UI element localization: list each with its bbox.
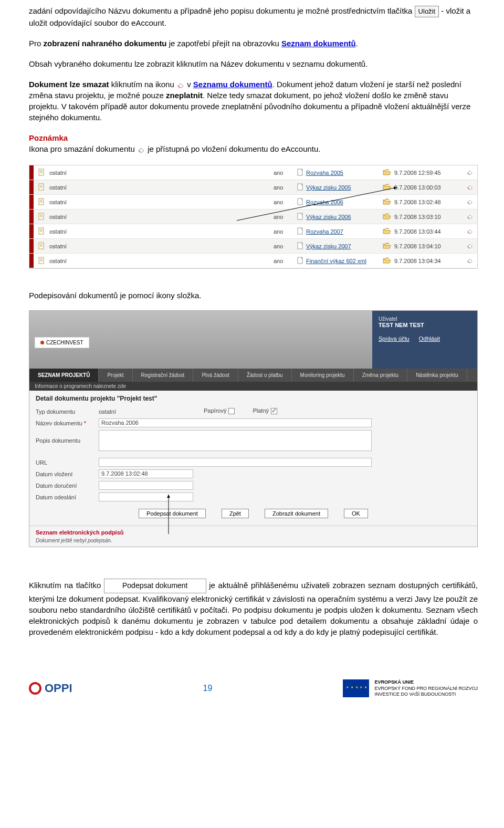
zobrazit-button[interactable]: Zobrazit dokument (265, 509, 328, 518)
page-icon (295, 198, 306, 206)
doc-name-link[interactable]: Výkaz zisku 2005 (306, 184, 351, 191)
oppi-logo: OPPI (29, 682, 72, 695)
doc-icon (34, 257, 49, 265)
row-marker (29, 165, 34, 180)
cell-ano: ano (274, 170, 295, 176)
intro-p4: Dokument lze smazat kliknutím na ikonu v… (29, 79, 478, 123)
text: kliknutím na ikonu (109, 80, 176, 89)
papirovy-wrap: Papírový (204, 407, 235, 414)
folder-open-icon[interactable] (380, 169, 394, 176)
cell-type: ostatní (49, 199, 97, 205)
doc-name-link[interactable]: Rozvaha 2005 (306, 170, 343, 176)
app-subnote: Informace o programech naleznete zde (29, 382, 477, 391)
input-url[interactable] (99, 458, 372, 467)
cell-type: ostatní (49, 214, 97, 220)
intro-p3: Obsah vybraného dokumentu lze zobrazit k… (29, 58, 478, 69)
eu-text: EVROPSKÁ UNIE EVROPSKÝ FOND PRO REGIONÁL… (374, 679, 478, 698)
page-icon (295, 183, 306, 192)
doc-name-link[interactable]: Výkaz zisku 2006 (306, 214, 351, 220)
eraser-icon[interactable] (463, 228, 477, 235)
cell-ano: ano (274, 199, 295, 205)
signatures-section: Seznam elektronických podpisů Dokument j… (29, 526, 477, 547)
page-footer: OPPI 19 EVROPSKÁ UNIE EVROPSKÝ FOND PRO … (29, 679, 478, 698)
cell-ano: ano (274, 228, 295, 235)
table-row: ostatníanoFinanční výkaz 602 xml9.7.2008… (29, 254, 477, 268)
eraser-icon[interactable] (463, 213, 477, 221)
table-row: ostatníanoVýkaz zisku 20059.7.2008 13:00… (29, 180, 477, 195)
text: Pro (29, 39, 44, 48)
label-typ: Typ dokumentu (36, 408, 99, 415)
label-popis: Popis dokumentu (36, 437, 99, 444)
input-popis[interactable] (99, 430, 372, 451)
row-marker (29, 254, 34, 268)
table-row: ostatníanoRozvaha 20069.7.2008 13:02:48 (29, 195, 477, 209)
doc-name-link[interactable]: Finanční výkaz 602 xml (306, 258, 366, 264)
row-marker (29, 224, 34, 238)
label-datum-odeslani: Datum odeslání (36, 494, 99, 500)
seznam-dokumentu-link[interactable]: Seznam dokumentů (281, 39, 356, 48)
svg-rect-8 (39, 228, 44, 234)
nav-tab[interactable]: Žádost o platbu (238, 369, 292, 382)
svg-rect-0 (39, 169, 44, 175)
app-detail-screenshot: CZECHINVEST Uživatel TEST NEM TEST Správ… (29, 310, 478, 547)
papirovy-checkbox[interactable] (228, 408, 235, 414)
account-link[interactable]: Správa účtu (379, 336, 410, 342)
save-button-image: Uložit (415, 6, 439, 17)
text: Kliknutím na tlačítko (29, 581, 104, 590)
nav-tab[interactable]: Monitoring projektu (292, 369, 354, 382)
logout-link[interactable]: Odhlásit (419, 336, 440, 342)
podepsat-button-image: Podepsat dokument (104, 579, 206, 593)
eraser-icon[interactable] (463, 243, 477, 250)
nav-tab[interactable]: Změna projektu (354, 369, 407, 382)
eraser-icon[interactable] (463, 169, 477, 176)
podepsat-button[interactable]: Podepsat dokument (139, 509, 206, 518)
svg-rect-10 (39, 243, 44, 249)
folder-open-icon[interactable] (380, 184, 394, 191)
cell-date: 9.7.2008 13:04:10 (394, 243, 463, 249)
folder-open-icon[interactable] (380, 213, 394, 221)
oppi-text: OPPI (45, 682, 72, 695)
folder-open-icon[interactable] (380, 198, 394, 206)
text-bold: Dokument lze smazat (29, 80, 109, 89)
nav-tab[interactable]: Plná žádost (193, 369, 238, 382)
cell-date: 9.7.2008 13:00:03 (394, 184, 463, 191)
sig-note: Dokument ještě nebyl podepsán. (36, 538, 471, 543)
eraser-icon (176, 82, 185, 88)
page-icon (295, 257, 306, 265)
table-row: ostatníanoRozvaha 20079.7.2008 13:03:44 (29, 224, 477, 239)
eraser-icon[interactable] (463, 198, 477, 206)
note-label: Poznámka (29, 133, 68, 142)
cell-date: 9.7.2008 12:59:45 (394, 170, 463, 176)
zpet-button[interactable]: Zpět (222, 509, 249, 518)
value-datum-vlozeni: 9.7.2008 13:02:48 (99, 469, 193, 478)
czechinvest-logo: CZECHINVEST (35, 337, 89, 348)
doc-name-link[interactable]: Rozvaha 2006 (306, 199, 343, 205)
value-datum-odeslani (99, 492, 193, 501)
row-marker (29, 239, 34, 253)
text: zadání odpovídajícího Názvu dokumentu a … (29, 6, 415, 15)
doc-name-link[interactable]: Rozvaha 2007 (306, 228, 343, 235)
platny-checkbox[interactable] (271, 408, 277, 414)
eu-line1: EVROPSKÁ UNIE (374, 679, 478, 686)
doc-name-link[interactable]: Výkaz zisku 2007 (306, 243, 351, 249)
folder-open-icon[interactable] (380, 243, 394, 250)
nav-tab[interactable]: Registrační žádost (133, 369, 194, 382)
folder-open-icon[interactable] (380, 228, 394, 235)
doc-icon (34, 242, 49, 250)
doc-icon (34, 227, 49, 236)
eraser-icon[interactable] (463, 257, 477, 265)
folder-open-icon[interactable] (380, 257, 394, 265)
text: Ikona pro smazání dokumentu (29, 144, 137, 153)
cell-ano: ano (274, 214, 295, 220)
note-block: Poznámka Ikona pro smazání dokumentu je … (29, 132, 478, 154)
nav-tab[interactable]: SEZNAM PROJEKTŮ (29, 369, 99, 382)
seznam-dokumentu-link[interactable]: Seznamu dokumentů (193, 80, 272, 89)
input-nazev[interactable]: Rozvaha 2006 (99, 418, 372, 427)
text: je přístupná po vložení dokumentu do eAc… (148, 144, 320, 153)
row-marker (29, 209, 34, 224)
logo-dot-icon (40, 341, 44, 344)
nav-tab[interactable]: Nástěnka projektu (407, 369, 467, 382)
nav-tab[interactable]: Projekt (99, 369, 132, 382)
eraser-icon[interactable] (463, 184, 477, 191)
ok-button[interactable]: OK (344, 509, 368, 518)
